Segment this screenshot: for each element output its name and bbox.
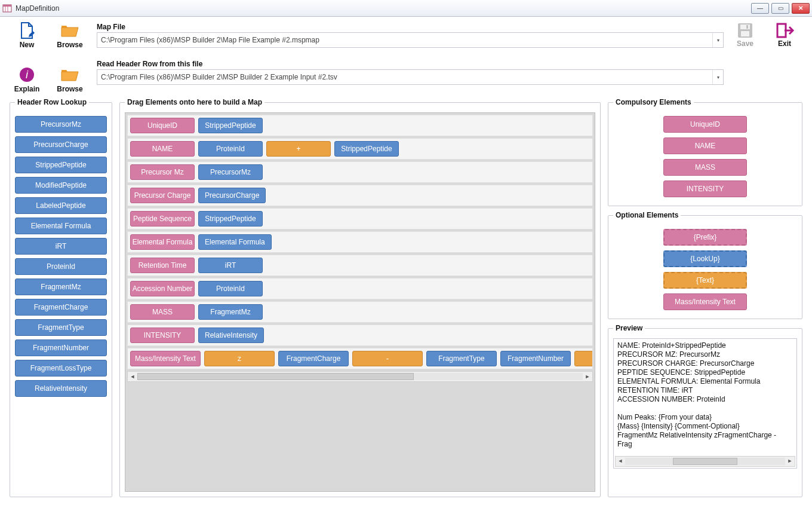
exit-button[interactable]: Exit — [774, 22, 795, 48]
new-button[interactable]: New — [11, 22, 43, 49]
maximize-button[interactable]: ▭ — [771, 3, 789, 14]
preview-line: PRECURSOR MZ: PrecursorMz — [617, 350, 793, 359]
builder-pill[interactable]: PrecursorMz — [198, 164, 263, 180]
preview-scrollbar[interactable]: ◄► — [615, 456, 795, 467]
builder-pill[interactable]: z — [204, 351, 275, 366]
toolbar: New i Explain Browse Browse Map File — [5, 22, 807, 93]
builder-row[interactable]: Mass/Intensity TextzFragmentCharge-Fragm… — [127, 348, 593, 369]
minimize-button[interactable]: — — [751, 3, 769, 14]
builder-row[interactable]: Precursor ChargePrecursorCharge — [127, 185, 593, 206]
builder-pill[interactable]: FragmentNumber — [500, 351, 571, 366]
builder-pill[interactable]: FragmentMz — [198, 304, 263, 320]
builder-pill[interactable]: - — [352, 351, 423, 366]
builder-scrollbar[interactable]: ◄► — [127, 371, 593, 382]
browse-header-button[interactable]: Browse — [54, 66, 86, 93]
browse-map-button[interactable]: Browse — [54, 22, 86, 49]
compulsory-panel: Compulsory Elements UniqueIDNAMEMASSINTE… — [608, 98, 802, 206]
preview-line: PEPTIDE SEQUENCE: StrippedPeptide — [617, 368, 793, 377]
preview-line: Num Peaks: {From your data} — [617, 413, 793, 422]
optional-item[interactable]: {LookUp} — [663, 250, 747, 267]
builder-pill[interactable]: + — [266, 141, 331, 157]
map-file-input[interactable] — [97, 33, 712, 47]
builder-pill[interactable]: StrippedPeptide — [334, 141, 399, 157]
builder-pill[interactable]: Peptide Sequence — [130, 211, 195, 227]
window-title: MapDefinition — [16, 4, 59, 13]
map-file-combo[interactable]: ▾ — [97, 32, 724, 48]
builder-pill[interactable]: & — [574, 351, 593, 366]
lookup-item[interactable]: iRT — [15, 238, 107, 255]
lookup-item[interactable]: PrecursorCharge — [15, 136, 107, 153]
preview-line: ELEMENTAL FORMULA: Elemental Formula — [617, 377, 793, 386]
builder-pill[interactable]: ProteinId — [198, 281, 263, 296]
lookup-item[interactable]: LabeledPeptide — [15, 197, 107, 214]
builder-pill[interactable]: PrecursorCharge — [198, 188, 266, 203]
builder-pill[interactable]: Elemental Formula — [130, 234, 195, 250]
map-file-label: Map File — [97, 23, 724, 31]
compulsory-item[interactable]: NAME — [663, 137, 747, 154]
save-button[interactable]: Save — [734, 22, 756, 48]
lookup-item[interactable]: FragmentLossType — [15, 360, 107, 377]
optional-item[interactable]: Mass/Intensity Text — [663, 293, 747, 310]
builder-canvas[interactable]: UniqueIDStrippedPeptideNAMEProteinId+Str… — [125, 112, 595, 384]
builder-pill[interactable]: RelativeIntensity — [198, 328, 264, 343]
builder-row[interactable]: Precursor MzPrecursorMz — [127, 161, 593, 183]
builder-pill[interactable]: ProteinId — [198, 141, 263, 157]
compulsory-item[interactable]: UniqueID — [663, 116, 747, 133]
builder-pill[interactable]: Retention Time — [130, 258, 195, 273]
svg-rect-10 — [777, 24, 786, 37]
builder-row[interactable]: MASSFragmentMz — [127, 301, 593, 323]
builder-pill[interactable]: Elemental Formula — [198, 234, 272, 250]
builder-row[interactable]: Accession NumberProteinId — [127, 278, 593, 299]
lookup-item[interactable]: FragmentType — [15, 319, 107, 336]
app-icon — [2, 4, 12, 13]
header-file-combo[interactable]: ▾ — [97, 69, 724, 85]
optional-item[interactable]: {Text} — [663, 272, 747, 289]
header-lookup-panel: Header Row Lookup PrecursorMzPrecursorCh… — [10, 98, 112, 497]
lookup-item[interactable]: FragmentMz — [15, 279, 107, 295]
builder-pill[interactable]: MASS — [130, 304, 195, 320]
lookup-item[interactable]: FragmentCharge — [15, 299, 107, 316]
builder-pill[interactable]: Mass/Intensity Text — [130, 351, 201, 366]
builder-pill[interactable]: UniqueID — [130, 118, 195, 133]
compulsory-item[interactable]: MASS — [663, 159, 747, 176]
builder-row[interactable]: INTENSITYRelativeIntensity — [127, 325, 593, 346]
svg-rect-7 — [740, 25, 750, 29]
builder-pill[interactable]: FragmentType — [426, 351, 497, 366]
preview-line: FragmentMz RelativeIntensity zFragmentCh… — [617, 431, 793, 449]
preview-line: {Mass} {Intensity} {Comment-Optional} — [617, 422, 793, 431]
builder-panel: Drag Elements onto here to build a Map U… — [119, 98, 601, 497]
lookup-item[interactable]: PrecursorMz — [15, 116, 107, 133]
lookup-item[interactable]: ModifiedPeptide — [15, 177, 107, 194]
optional-item[interactable]: {Prefix} — [663, 229, 747, 246]
header-file-label: Read Header Row from this file — [97, 60, 724, 68]
builder-pill[interactable]: iRT — [198, 258, 263, 273]
builder-pill[interactable]: FragmentCharge — [278, 351, 349, 366]
lookup-item[interactable]: RelativeIntensity — [15, 380, 107, 397]
explain-button[interactable]: i Explain — [11, 66, 43, 93]
builder-pill[interactable]: StrippedPeptide — [198, 118, 263, 133]
builder-row[interactable]: Peptide SequenceStrippedPeptide — [127, 208, 593, 229]
builder-row[interactable]: Elemental FormulaElemental Formula — [127, 231, 593, 253]
svg-rect-1 — [3, 5, 11, 7]
header-file-dropdown[interactable]: ▾ — [712, 70, 723, 84]
builder-pill[interactable]: Accession Number — [130, 281, 195, 296]
lookup-item[interactable]: ProteinId — [15, 258, 107, 275]
compulsory-item[interactable]: INTENSITY — [663, 180, 747, 197]
builder-row[interactable]: UniqueIDStrippedPeptide — [127, 115, 593, 136]
map-file-dropdown[interactable]: ▾ — [712, 33, 723, 47]
builder-row[interactable]: Retention TimeiRT — [127, 255, 593, 276]
lookup-item[interactable]: StrippedPeptide — [15, 157, 107, 173]
builder-pill[interactable]: Precursor Charge — [130, 188, 195, 203]
preview-line — [617, 404, 793, 413]
header-file-input[interactable] — [97, 70, 712, 84]
builder-row[interactable]: NAMEProteinId+StrippedPeptide — [127, 138, 593, 160]
builder-pill[interactable]: Precursor Mz — [130, 164, 195, 180]
svg-rect-9 — [746, 25, 748, 29]
builder-pill[interactable]: NAME — [130, 141, 195, 157]
builder-pill[interactable]: StrippedPeptide — [198, 211, 263, 227]
close-button[interactable]: ✕ — [792, 3, 810, 14]
builder-pill[interactable]: INTENSITY — [130, 328, 195, 343]
lookup-item[interactable]: FragmentNumber — [15, 339, 107, 356]
builder-empty-area[interactable] — [125, 384, 595, 492]
lookup-item[interactable]: Elemental Formula — [15, 218, 107, 234]
